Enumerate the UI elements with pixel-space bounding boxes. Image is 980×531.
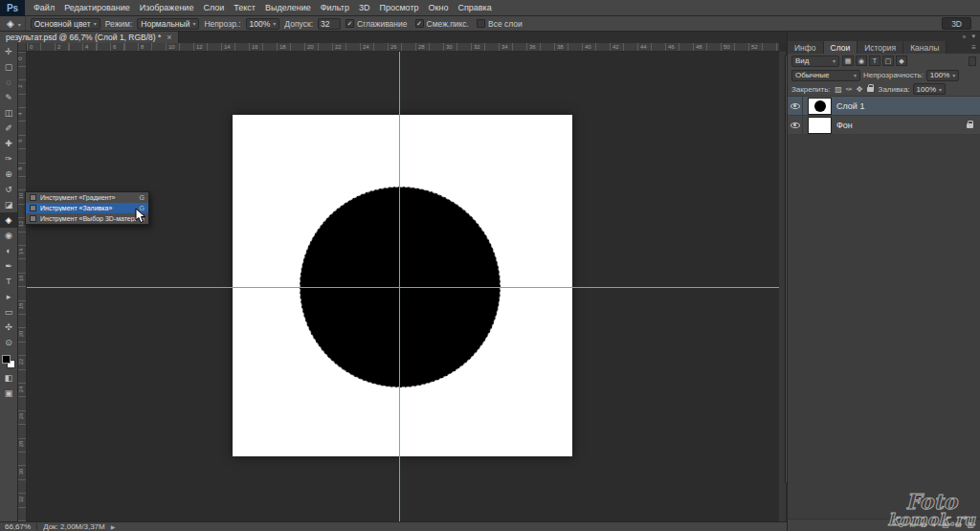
layer-group-icon[interactable]: ▤ [942,521,949,529]
path-selection-tool[interactable]: ▸ [0,289,17,304]
opacity-select[interactable]: 100% [246,18,280,30]
fill-select[interactable]: 100% [913,83,946,95]
lock-transparency-icon[interactable]: ▨ [834,84,844,95]
color-swatches[interactable] [2,355,15,368]
paint-bucket-tool-icon [30,205,36,211]
checkbox-all-layers[interactable]: Все слои [477,19,523,29]
foreground-color-swatch[interactable] [2,355,11,364]
horizontal-guide[interactable] [27,287,779,288]
visibility-toggle[interactable] [788,116,803,134]
checkbox-contiguous[interactable]: ✓Смеж.пикс. [415,19,469,29]
filter-pixel-layers-icon[interactable]: ▦ [842,55,854,66]
menu-help[interactable]: Справка [453,0,496,16]
adjustment-layer-icon[interactable]: ◑ [931,521,936,529]
dodge-tool[interactable]: ◐ [0,243,17,258]
document-canvas[interactable] [233,115,572,456]
visibility-toggle[interactable] [788,97,803,115]
ruler-left[interactable]: 0246810121416182022242628303234 [18,52,27,521]
layer-effects-icon[interactable]: fx [909,521,915,529]
workspace-switcher-button[interactable]: 3D [942,17,971,30]
tool-preset-dropdown[interactable]: ◈ [3,16,26,31]
shape-tool[interactable]: ▭ [0,304,17,320]
lasso-tool[interactable]: ◌ [0,75,17,90]
ruler-top[interactable]: 0246810121416182022242628303234363840424… [27,43,779,52]
menu-view[interactable]: Просмотр [374,0,423,16]
move-tool[interactable]: ✛ [0,44,17,59]
menu-select[interactable]: Выделение [260,0,316,16]
blend-mode-select[interactable]: Обычные [791,70,860,81]
layer-row[interactable]: Фон [788,116,980,135]
menu-type[interactable]: Текст [229,0,260,16]
pen-tool[interactable]: ✒ [0,258,17,274]
checkbox-box-all-layers[interactable] [477,19,485,28]
hand-tool[interactable]: ✣ [0,320,17,335]
panel-menu-icon[interactable]: ≡ [968,41,980,54]
paint-bucket-tool[interactable]: ◈ [0,212,17,228]
dock-menu-icon[interactable]: ▾ [971,33,975,40]
menu-layers[interactable]: Слои [198,0,229,16]
checkbox-antialias[interactable]: ✓Сглаживание [345,19,408,29]
new-layer-icon[interactable]: ⊞ [955,521,962,529]
ruler-number: 24 [18,386,24,392]
panel-tab-layers[interactable]: Слои [824,41,858,54]
filter-shape-layers-icon[interactable]: ▢ [882,55,894,66]
ruler-number: 18 [18,303,24,310]
tolerance-input[interactable] [318,18,341,30]
type-tool[interactable]: T [0,274,17,289]
layer-mask-icon[interactable]: ◘ [921,521,925,529]
ruler-number: 16 [18,276,24,282]
filter-adjustment-layers-icon[interactable]: ◉ [856,55,867,66]
panel-tab-info[interactable]: Инфо [788,41,824,54]
screen-mode-tool[interactable]: ▣ [0,386,17,401]
blur-tool[interactable]: ◉ [0,228,17,243]
fill-source-select[interactable]: Основной цвет [31,18,100,30]
rectangular-marquee-tool[interactable]: ▢ [0,59,17,75]
flyout-item-gradient-tool[interactable]: Инструмент «Градиент»G [26,192,148,203]
collapse-panels-icon[interactable]: » [963,33,967,40]
panel-tab-history[interactable]: История [858,41,903,54]
healing-brush-tool[interactable]: ✚ [0,136,17,151]
layer-row[interactable]: Слой 1 [788,97,980,116]
status-flyout-arrow-icon[interactable]: ▶ [111,523,116,530]
menu-edit[interactable]: Редактирование [59,0,135,16]
quick-mask-tool[interactable]: ◧ [0,370,17,386]
layer-thumbnail[interactable] [808,117,832,134]
eraser-tool[interactable]: ◪ [0,197,17,212]
zoom-level-field[interactable]: 66,67% [5,522,31,531]
ruler-origin-corner[interactable] [18,43,27,52]
menu-image[interactable]: Изображение [135,0,199,16]
mode-select[interactable]: Нормальный [137,18,199,30]
flyout-item-material-drop-tool[interactable]: Инструмент «Выбор 3D-материала»G [26,213,148,224]
clone-stamp-tool[interactable]: ⊕ [0,166,17,182]
filter-type-layers-icon[interactable]: T [869,55,880,66]
history-brush-tool[interactable]: ↺ [0,182,17,197]
menu-file[interactable]: Файл [29,0,59,16]
document-tab[interactable]: результат.psd @ 66,7% (Слой 1, RGB/8) * … [0,32,179,43]
flyout-item-paint-bucket-tool[interactable]: Инструмент «Заливка»G [26,203,148,213]
layer-thumbnail[interactable] [808,98,832,115]
crop-tool[interactable]: ◫ [0,105,17,121]
checkbox-box-antialias[interactable]: ✓ [345,19,354,28]
delete-layer-icon[interactable]: ▥ [967,521,974,529]
quick-selection-tool[interactable]: ✎ [0,90,17,105]
eyedropper-tool[interactable]: ✐ [0,121,17,136]
filter-smart-objects-icon[interactable]: ◆ [896,55,907,66]
layers-opacity-select[interactable]: 100% [926,70,959,81]
panel-tab-channels[interactable]: Каналы [903,41,947,54]
menu-filter[interactable]: Фильтр [316,0,354,16]
menu-window[interactable]: Окно [424,0,454,16]
zoom-tool[interactable]: ⊙ [0,335,17,350]
lock-pixels-icon[interactable]: ✑ [844,84,855,95]
filter-kind-select[interactable]: Вид [791,55,839,67]
options-bar: ◈ Основной цвет Режим: Нормальный Непроз… [0,16,980,32]
link-layers-icon[interactable]: ☌ [899,521,903,529]
vertical-scrollbar[interactable] [779,52,786,521]
brush-tool[interactable]: ✑ [0,151,17,166]
close-icon[interactable]: × [167,33,171,42]
checkbox-box-contiguous[interactable]: ✓ [415,19,424,28]
filter-toggle[interactable] [969,56,976,66]
lock-position-icon[interactable]: ✥ [855,84,865,95]
menu-3d[interactable]: 3D [354,0,375,16]
lock-all-icon[interactable] [865,84,876,95]
layers-opacity-value: 100% [930,71,949,79]
